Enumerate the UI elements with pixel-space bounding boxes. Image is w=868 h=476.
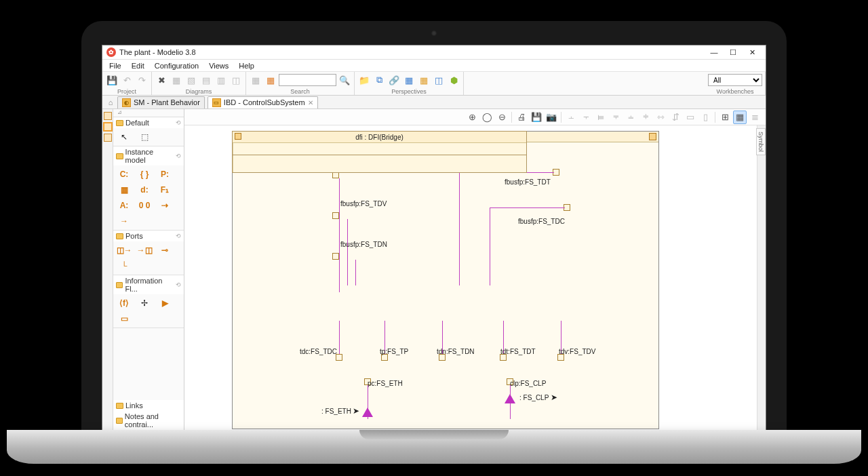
close-button[interactable]: ✕	[743, 45, 762, 59]
view3-icon[interactable]	[104, 134, 112, 142]
tab-ibd-controlsubsystem[interactable]: ▭ IBD - ControlSubSystem ✕	[208, 96, 318, 108]
minimize-button[interactable]: —	[705, 45, 724, 59]
connector[interactable]	[355, 260, 356, 285]
connector[interactable]	[339, 178, 340, 292]
view-switcher	[102, 109, 113, 441]
snapshot-icon[interactable]: 📷	[545, 111, 558, 124]
copy-icon[interactable]: ⧉	[372, 73, 386, 87]
port-out-tool[interactable]: →◫	[136, 243, 153, 257]
zoom-in-icon[interactable]: ⊕	[465, 111, 479, 124]
redo-icon[interactable]: ↷	[135, 73, 149, 87]
grid-toggle-icon[interactable]: ▦	[733, 111, 747, 124]
pin-icon[interactable]: ⟲	[176, 153, 181, 159]
print-icon[interactable]: 🖨	[515, 111, 528, 124]
modules-icon[interactable]: ⬢	[447, 73, 460, 87]
marquee-tool[interactable]: ⬚	[136, 130, 153, 144]
arrow-tool[interactable]: →	[116, 214, 132, 228]
zoom-reset-icon[interactable]: ◯	[480, 111, 494, 124]
align-left-icon[interactable]: ⫠	[564, 111, 578, 124]
workbench-select[interactable]: All	[708, 74, 762, 86]
save-diagram-icon[interactable]: 💾	[530, 111, 543, 124]
iflow-cross-tool[interactable]: ✢	[136, 296, 153, 310]
search-icon[interactable]: 🔍	[338, 73, 351, 87]
pin-icon[interactable]: ⟲	[176, 233, 181, 239]
attr-tool[interactable]: A:	[116, 199, 132, 212]
pin-icon[interactable]: ⟲	[176, 281, 181, 288]
symbol-tab[interactable]: Symbol	[756, 128, 766, 155]
distribute-v-icon[interactable]: ⇵	[669, 111, 682, 124]
braces-tool[interactable]: { }	[136, 167, 153, 181]
same-width-icon[interactable]: ▭	[684, 111, 697, 124]
palette-header-default[interactable]: Default ⟲	[113, 117, 184, 128]
zero-tool[interactable]: 0 0	[136, 199, 153, 212]
distribute-h-icon[interactable]: ⇿	[654, 111, 667, 124]
iflow-tool[interactable]: ⟨f⟩	[116, 296, 132, 310]
tab-sm-plant-behavior[interactable]: ◐ SM - Plant Behavior	[117, 96, 205, 108]
diagram1-icon[interactable]: ▦	[170, 73, 183, 87]
diagram5-icon[interactable]: ◫	[229, 73, 243, 87]
grid-icon[interactable]: ▦	[402, 73, 416, 87]
table-tool[interactable]: ▦	[116, 183, 132, 197]
d-tool[interactable]: d:	[136, 183, 153, 197]
search-input[interactable]	[279, 74, 336, 86]
iflow-box-tool[interactable]: ▭	[116, 312, 132, 325]
diagram4-icon[interactable]: ▥	[214, 73, 228, 87]
link-icon[interactable]: 🔗	[387, 73, 401, 87]
maximize-button[interactable]: ☐	[724, 45, 743, 59]
same-height-icon[interactable]: ▯	[698, 111, 712, 124]
palette-header-instance[interactable]: Instance model ⟲	[113, 146, 184, 165]
align-center-icon[interactable]: ⫟	[579, 111, 593, 124]
align-right-icon[interactable]: ⫢	[594, 111, 608, 124]
iflow-tri-tool[interactable]: ▶	[157, 296, 173, 310]
menu-help[interactable]: Help	[235, 61, 258, 71]
table-icon[interactable]: ▦	[264, 73, 277, 87]
menu-views[interactable]: Views	[205, 61, 233, 71]
layers-icon[interactable]: ≣	[748, 111, 762, 124]
diagram3-icon[interactable]: ▤	[199, 73, 213, 87]
pointer-tool[interactable]: ↖	[116, 130, 132, 144]
palette-header-ports[interactable]: Ports ⟲	[113, 231, 184, 241]
palette-header-infoflow[interactable]: Information Fl... ⟲	[113, 275, 184, 294]
port-lolli-tool[interactable]: ⊸	[157, 243, 173, 257]
close-icon[interactable]: ✕	[308, 99, 313, 106]
connector[interactable]	[347, 219, 348, 285]
matrix-icon[interactable]: ▦	[249, 73, 262, 87]
property-tool[interactable]: P:	[157, 167, 173, 181]
connector[interactable]	[490, 207, 565, 208]
port-ld[interactable]	[332, 253, 339, 260]
menu-edit[interactable]: Edit	[127, 61, 149, 71]
part-dfi[interactable]: dfi : DFI(Bridge)	[232, 131, 527, 155]
diagram2-icon[interactable]: ▧	[184, 73, 198, 87]
undo-icon[interactable]: ↶	[120, 73, 134, 87]
menu-file[interactable]: File	[105, 61, 125, 71]
connector[interactable]	[339, 321, 340, 357]
layout-icon[interactable]: ▦	[417, 73, 431, 87]
portlabel-tdv: fbusfp:FS_TDV	[340, 200, 387, 207]
frame-controlsubsystem[interactable]: ControlSubSystem	[232, 131, 659, 429]
f-tool[interactable]: F₁	[157, 183, 173, 197]
palette-header-links[interactable]: Links	[113, 400, 184, 411]
flow-tool[interactable]: ⇢	[157, 199, 173, 212]
palette-header-notes[interactable]: Notes and contrai...	[113, 411, 184, 430]
window-icon[interactable]: ◫	[432, 73, 446, 87]
canvas-viewport[interactable]: Symbol ControlSubSystem pd : PositionerD…	[184, 125, 766, 441]
port-od[interactable]	[332, 212, 339, 219]
wrench-icon[interactable]: ✖	[155, 73, 168, 87]
align-top-icon[interactable]: ⫧	[609, 111, 623, 124]
port-in-tool[interactable]: ◫→	[116, 243, 132, 257]
align-middle-icon[interactable]: ⫨	[624, 111, 637, 124]
zoom-out-icon[interactable]: ⊖	[495, 111, 509, 124]
sidebar-toggle[interactable]: ⌂	[105, 97, 116, 108]
save-icon[interactable]: 💾	[105, 73, 119, 87]
connector[interactable]	[459, 172, 460, 285]
port-l-tool[interactable]: └	[116, 259, 132, 273]
align-bottom-icon[interactable]: ⫩	[639, 111, 652, 124]
folder-icon[interactable]: 📁	[357, 73, 371, 87]
pin-icon[interactable]: ⟲	[176, 119, 181, 126]
menu-configuration[interactable]: Configuration	[151, 61, 203, 71]
class-tool[interactable]: C:	[116, 167, 132, 181]
view2-icon[interactable]	[104, 123, 112, 131]
view1-icon[interactable]	[104, 112, 112, 120]
connector[interactable]	[490, 207, 490, 285]
snap-icon[interactable]: ⊞	[718, 111, 732, 124]
